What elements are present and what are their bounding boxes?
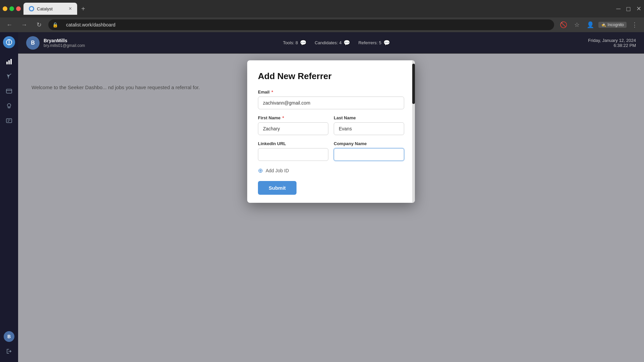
tab-title: Catalyst: [37, 6, 66, 11]
email-label: Email *: [258, 89, 404, 95]
main-content: 👥 Referrer 👤 Candidate Welcome to the Se…: [18, 54, 644, 362]
user-name: BryanMills: [44, 38, 85, 43]
email-input[interactable]: [258, 97, 404, 109]
add-job-id-label: Add Job ID: [266, 168, 289, 173]
window-controls: [3, 6, 21, 11]
modal-scrollbar[interactable]: [412, 60, 415, 203]
header-user: B BryanMills bry.mills01@gmail.com: [26, 36, 85, 50]
app-logo[interactable]: [3, 36, 15, 48]
sidebar-item-tools[interactable]: [2, 70, 16, 83]
referrers-label: Referrers: 5: [358, 40, 381, 45]
referrers-icon: 💬: [383, 40, 390, 46]
add-referrer-modal: Add New Referrer Email *: [247, 60, 415, 203]
maximize-button[interactable]: [9, 6, 14, 11]
forward-button[interactable]: →: [19, 19, 30, 30]
email-form-group: Email *: [258, 89, 404, 109]
window-close-button[interactable]: [16, 6, 21, 11]
no-image-button[interactable]: 🚫: [558, 19, 569, 30]
modal-overlay: Add New Referrer Email *: [18, 54, 644, 362]
svg-rect-10: [6, 119, 12, 123]
svg-point-0: [30, 7, 33, 10]
modal-title: Add New Referrer: [258, 71, 404, 81]
submit-button[interactable]: Submit: [258, 181, 297, 195]
first-name-form-col: First Name *: [258, 115, 328, 135]
last-name-label: Last Name: [334, 115, 404, 120]
linkedin-company-form-row: LinkedIn URL Company Name: [258, 141, 404, 161]
svg-rect-4: [8, 60, 10, 64]
sidebar-item-ideas[interactable]: [2, 99, 16, 113]
app-layout: B B BryanMills bry.mills01@gmail.com Too…: [0, 32, 644, 362]
candidates-label: Candidates: 4: [315, 40, 341, 45]
browser-close-button[interactable]: ✕: [636, 5, 641, 12]
address-bar: ← → ↻ 🔒 🚫 ☆ 👤 🕵 Incognito ⋮: [0, 17, 644, 32]
sidebar-item-cards[interactable]: [2, 84, 16, 98]
minimize-button[interactable]: [3, 6, 7, 11]
new-tab-button[interactable]: +: [78, 4, 88, 13]
sidebar-item-analytics[interactable]: [2, 55, 16, 68]
profile-button[interactable]: 👤: [585, 19, 596, 30]
right-panel: B BryanMills bry.mills01@gmail.com Tools…: [18, 32, 644, 362]
sidebar-bottom: B: [2, 331, 16, 358]
svg-rect-5: [10, 59, 12, 64]
incognito-icon: 🕵: [601, 22, 606, 27]
url-input[interactable]: [61, 19, 550, 30]
linkedin-url-input[interactable]: [258, 148, 328, 161]
linkedin-label: LinkedIn URL: [258, 141, 328, 146]
browser-restore-button[interactable]: ◻: [626, 5, 631, 12]
first-name-input[interactable]: [258, 122, 328, 135]
candidates-stat: Candidates: 4 💬: [315, 40, 350, 46]
tab-bar: Catalyst × +: [23, 3, 613, 15]
modal-scrollbar-thumb: [412, 64, 415, 104]
header-datetime: Friday, January 12, 2024 6:38:22 PM: [588, 38, 636, 48]
browser-minimize-button[interactable]: ─: [616, 5, 621, 12]
refresh-button[interactable]: ↻: [34, 19, 44, 30]
user-avatar: B: [26, 36, 40, 50]
first-name-required-indicator: *: [282, 115, 284, 120]
svg-rect-7: [6, 89, 12, 93]
company-name-form-col: Company Name: [334, 141, 404, 161]
modal-body: Add New Referrer Email *: [247, 60, 415, 203]
security-icon: 🔒: [52, 22, 58, 27]
add-job-id-row[interactable]: ⊕ Add Job ID: [258, 167, 404, 174]
browser-actions: 🚫 ☆ 👤 🕵 Incognito ⋮: [558, 19, 640, 30]
add-job-id-icon: ⊕: [258, 167, 263, 174]
email-required-indicator: *: [271, 89, 273, 95]
first-name-label: First Name *: [258, 115, 328, 120]
svg-rect-3: [6, 62, 8, 64]
svg-point-9: [7, 104, 11, 107]
incognito-badge: 🕵 Incognito: [598, 22, 627, 28]
sidebar-item-messages[interactable]: [2, 114, 16, 127]
tools-icon: 💬: [300, 40, 307, 46]
linkedin-form-col: LinkedIn URL: [258, 141, 328, 161]
back-button[interactable]: ←: [4, 19, 15, 30]
tools-label: Tools: 8: [283, 40, 298, 45]
tools-stat: Tools: 8 💬: [283, 40, 307, 46]
active-tab[interactable]: Catalyst ×: [23, 3, 77, 15]
date-display: Friday, January 12, 2024: [588, 38, 636, 43]
sidebar: B: [0, 32, 18, 362]
app-header: B BryanMills bry.mills01@gmail.com Tools…: [18, 32, 644, 54]
company-name-input[interactable]: [334, 148, 404, 161]
time-display: 6:38:22 PM: [588, 43, 636, 48]
sidebar-user-avatar[interactable]: B: [4, 331, 14, 342]
referrers-stat: Referrers: 5 💬: [358, 40, 390, 46]
menu-button[interactable]: ⋮: [629, 19, 640, 30]
tab-close-button[interactable]: ×: [69, 6, 72, 11]
user-email: bry.mills01@gmail.com: [44, 43, 85, 48]
last-name-form-col: Last Name: [334, 115, 404, 135]
bookmark-button[interactable]: ☆: [572, 19, 582, 30]
header-stats: Tools: 8 💬 Candidates: 4 💬 Referrers: 5 …: [283, 40, 390, 46]
tab-favicon: [29, 6, 34, 11]
sidebar-item-logout[interactable]: [2, 345, 16, 358]
browser-window-controls: ─ ◻ ✕: [616, 5, 641, 12]
candidates-icon: 💬: [343, 40, 350, 46]
name-form-row: First Name * Last Name: [258, 115, 404, 135]
company-name-label: Company Name: [334, 141, 404, 146]
last-name-input[interactable]: [334, 122, 404, 135]
user-info: BryanMills bry.mills01@gmail.com: [44, 38, 85, 48]
browser-chrome: Catalyst × + ─ ◻ ✕: [0, 0, 644, 17]
